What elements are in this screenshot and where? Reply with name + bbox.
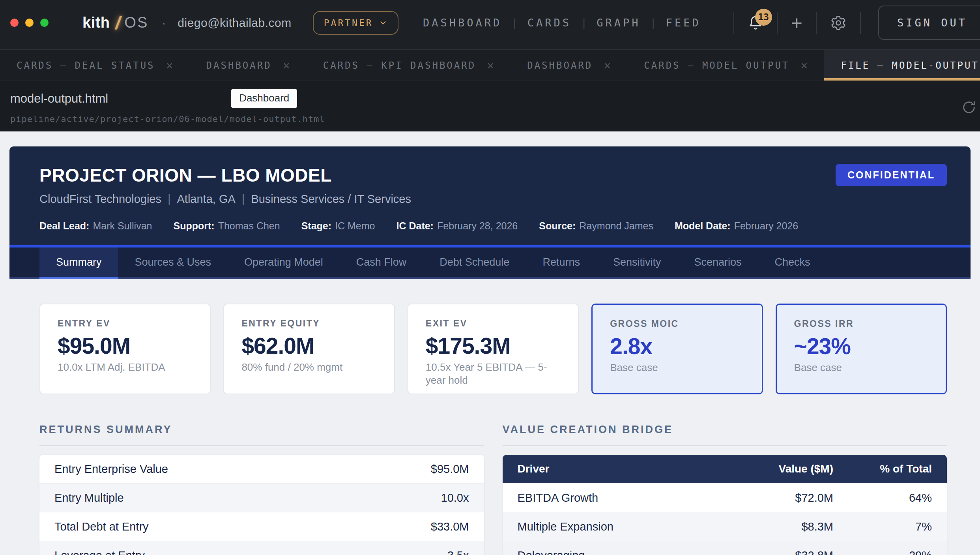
metric-value: 2.8x <box>610 335 744 358</box>
tab-operating-model[interactable]: Operating Model <box>228 248 340 277</box>
meta-support: Support:Thomas Chen <box>174 220 280 232</box>
tab-scenarios[interactable]: Scenarios <box>677 248 758 277</box>
metric-subtext: Base case <box>610 361 744 374</box>
column-header-value: Value ($M) <box>711 463 833 475</box>
table-header-row: Driver Value ($M) % of Total <box>503 455 947 483</box>
company-name: CloudFirst Technologies <box>39 193 161 205</box>
document-body: ENTRY EV $95.0M 10.0x LTM Adj. EBITDA EN… <box>9 279 971 555</box>
tab-label: DASHBOARD <box>206 60 272 71</box>
product-name: OS <box>124 14 148 31</box>
close-icon[interactable]: × <box>166 58 173 72</box>
tab-cards-kpi-dashboard[interactable]: CARDS — KPI DASHBOARD × <box>307 50 511 81</box>
nav-separator: | <box>650 17 656 29</box>
nav-item-feed[interactable]: FEED <box>665 14 702 31</box>
tab-file-model-output-active[interactable]: FILE — MODEL-OUTPUT.H… × <box>824 50 980 81</box>
metric-label: GROSS MOIC <box>610 319 744 328</box>
tab-summary[interactable]: Summary <box>39 248 118 277</box>
logo-slash-icon: / <box>116 12 121 34</box>
metric-card-entry-ev: ENTRY EV $95.0M 10.0x LTM Adj. EBITDA <box>39 304 211 394</box>
divider <box>860 12 861 34</box>
value-creation-bridge-section: VALUE CREATION BRIDGE Driver Value ($M) … <box>503 424 947 555</box>
window-controls <box>10 19 49 27</box>
page-background: PROJECT ORION — LBO MODEL CONFIDENTIAL C… <box>0 131 980 555</box>
meta-stage: Stage:IC Memo <box>301 220 375 232</box>
value-bridge-table: Driver Value ($M) % of Total EBITDA Grow… <box>503 455 947 555</box>
tab-sources-uses[interactable]: Sources & Uses <box>118 248 228 277</box>
returns-summary-section: RETURNS SUMMARY Entry Enterprise Value $… <box>39 424 484 555</box>
refresh-icon[interactable] <box>961 99 977 115</box>
metric-subtext: 10.0x LTM Adj. EBITDA <box>58 361 193 374</box>
tab-checks[interactable]: Checks <box>758 248 827 277</box>
section-divider <box>503 445 947 446</box>
nav-item-dashboard[interactable]: DASHBOARD <box>422 14 503 31</box>
tab-label: CARDS — KPI DASHBOARD <box>323 60 476 71</box>
subtitle-separator: | <box>242 193 245 205</box>
table-row: EBITDA Growth $72.0M 64% <box>503 483 947 512</box>
topbar-icon-cluster: 13 + SIGN OUT <box>720 6 980 40</box>
metric-label: ENTRY EV <box>58 319 193 328</box>
file-name: model-output.html <box>10 92 108 106</box>
tab-label: CARDS — MODEL OUTPUT <box>644 60 789 71</box>
column-header-pct: % of Total <box>833 463 932 475</box>
metric-value: $175.3M <box>426 334 561 357</box>
notification-count-badge: 13 <box>755 9 772 26</box>
metric-subtext: 80% fund / 20% mgmt <box>241 361 376 374</box>
role-dropdown[interactable]: PARTNER <box>313 11 398 35</box>
table-row: Entry Multiple 10.0x <box>39 483 484 512</box>
column-header-driver: Driver <box>518 463 711 475</box>
divider <box>816 12 817 34</box>
metric-value: $95.0M <box>58 334 193 357</box>
document-title: PROJECT ORION — LBO MODEL <box>39 165 332 186</box>
tab-label: FILE — MODEL-OUTPUT.H… <box>841 60 980 71</box>
close-icon[interactable]: × <box>604 58 611 72</box>
tab-dashboard-2[interactable]: DASHBOARD × <box>511 50 627 81</box>
traffic-light-zoom-icon[interactable] <box>40 19 49 27</box>
notifications-bell-icon[interactable]: 13 <box>748 15 763 31</box>
metric-cards-row: ENTRY EV $95.0M 10.0x LTM Adj. EBITDA EN… <box>39 304 947 394</box>
traffic-light-minimize-icon[interactable] <box>25 19 34 27</box>
section-divider <box>39 445 484 446</box>
close-icon[interactable]: × <box>800 58 808 72</box>
table-row: Entry Enterprise Value $95.0M <box>39 455 484 483</box>
lbo-model-document: PROJECT ORION — LBO MODEL CONFIDENTIAL C… <box>9 146 971 555</box>
metric-value: $62.0M <box>241 334 376 357</box>
file-type-badge[interactable]: Dashboard <box>231 89 297 108</box>
tab-label: CARDS — DEAL STATUS <box>17 60 155 71</box>
nav-item-graph[interactable]: GRAPH <box>596 14 641 31</box>
tab-debt-schedule[interactable]: Debt Schedule <box>423 248 526 277</box>
gear-icon[interactable] <box>830 15 847 31</box>
tab-cards-deal-status[interactable]: CARDS — DEAL STATUS × <box>0 50 190 81</box>
tab-returns[interactable]: Returns <box>526 248 597 277</box>
separator-dot: · <box>162 16 166 30</box>
nav-separator: | <box>581 17 587 29</box>
file-path: pipeline/active/project-orion/06-model/m… <box>10 114 980 124</box>
metric-label: GROSS IRR <box>794 319 928 328</box>
company-sector: Business Services / IT Services <box>251 193 411 205</box>
file-header-bar: model-output.html Dashboard pipeline/act… <box>0 81 980 131</box>
returns-summary-table: Entry Enterprise Value $95.0M Entry Mult… <box>39 455 484 555</box>
subtitle-separator: | <box>168 193 171 205</box>
tab-dashboard-1[interactable]: DASHBOARD × <box>190 50 307 81</box>
traffic-light-close-icon[interactable] <box>10 19 19 27</box>
user-email: diego@kithailab.com <box>178 16 291 30</box>
add-icon[interactable]: + <box>791 13 802 33</box>
close-icon[interactable]: × <box>487 58 494 72</box>
model-section-tabs: Summary Sources & Uses Operating Model C… <box>9 245 971 279</box>
tab-cash-flow[interactable]: Cash Flow <box>340 248 423 277</box>
metric-label: ENTRY EQUITY <box>241 319 376 328</box>
tab-cards-model-output[interactable]: CARDS — MODEL OUTPUT × <box>627 50 824 81</box>
table-row: Deleveraging $32.8M 29% <box>503 541 947 555</box>
chevron-down-icon <box>379 19 387 27</box>
nav-separator: | <box>511 17 518 29</box>
divider <box>777 12 778 34</box>
close-icon[interactable]: × <box>283 58 290 72</box>
meta-model-date: Model Date:February 2026 <box>675 220 798 232</box>
workspace-tab-bar: CARDS — DEAL STATUS × DASHBOARD × CARDS … <box>0 50 980 81</box>
tab-sensitivity[interactable]: Sensitivity <box>597 248 678 277</box>
metric-card-gross-irr: GROSS IRR ~23% Base case <box>776 304 947 394</box>
document-meta-row: Deal Lead:Mark Sullivan Support:Thomas C… <box>39 220 947 232</box>
nav-item-cards[interactable]: CARDS <box>527 14 572 31</box>
table-row: Leverage at Entry 3.5x <box>39 541 484 555</box>
sign-out-button[interactable]: SIGN OUT <box>878 6 980 40</box>
company-location: Atlanta, GA <box>177 193 236 205</box>
